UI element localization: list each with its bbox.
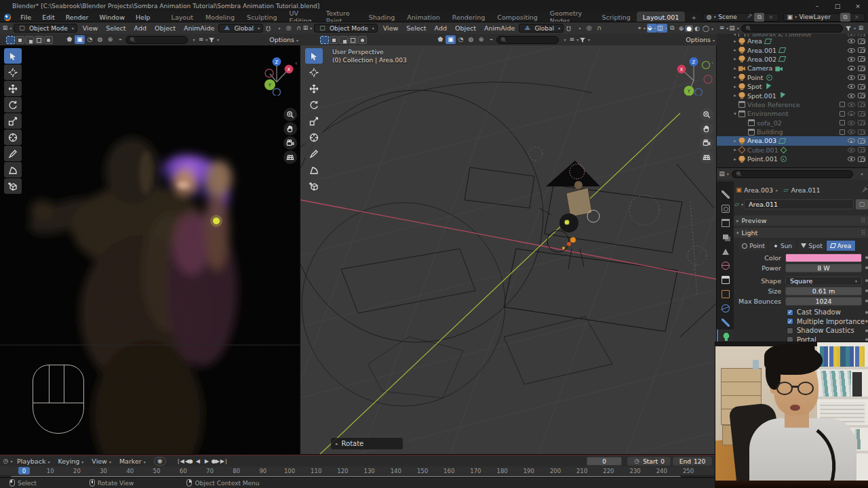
mode-dropdown[interactable]: ▢ Object Mode <box>14 24 77 33</box>
select-mode-extend[interactable] <box>16 36 24 44</box>
disable-render-icon[interactable] <box>858 147 865 152</box>
workspace-tab[interactable]: Layout <box>165 12 199 22</box>
outliner-row[interactable]: Video Reference <box>717 100 868 109</box>
power-field[interactable]: 8 W <box>785 264 862 272</box>
app-menu-item[interactable]: File <box>15 14 37 21</box>
light-type-tab[interactable]: Sun <box>768 241 797 251</box>
properties-tab-render[interactable] <box>717 201 734 216</box>
move-tool[interactable] <box>305 81 323 96</box>
workspace-tab[interactable]: Compositing <box>491 12 544 22</box>
fake-user-shield-icon[interactable]: ▢ <box>856 199 868 209</box>
shading-material-icon[interactable]: ◐ <box>693 25 701 32</box>
hide-eye-icon[interactable] <box>848 66 855 70</box>
hide-eye-icon[interactable] <box>848 94 855 98</box>
decorator-dot[interactable] <box>865 329 868 332</box>
current-frame-field[interactable]: 0 <box>587 457 622 466</box>
viewport-rendered[interactable]: ⊞ ▢ Object Mode ViewSelectAddObjectAnimA… <box>0 22 300 455</box>
snap-dropdown[interactable] <box>273 24 283 33</box>
add-cube-tool[interactable] <box>305 178 323 194</box>
unlink-scene-icon[interactable]: × <box>766 13 776 22</box>
outliner-row[interactable]: sofa_02 <box>717 119 868 127</box>
workspace-tab[interactable]: Texture Paint <box>320 12 363 22</box>
shading-rendered-icon[interactable]: ◯ <box>701 25 715 32</box>
display-mode-icon[interactable]: ▤ <box>729 24 739 33</box>
select-box-tool[interactable] <box>4 48 22 64</box>
preview-panel-header[interactable]: ▸ Preview ⠿ <box>734 216 868 226</box>
outliner-row[interactable]: ▸ Area.003 <box>717 136 868 145</box>
disable-render-icon[interactable] <box>858 129 865 135</box>
jump-to-end-button[interactable]: ▶❘ <box>220 457 229 466</box>
decorator-dot[interactable] <box>865 300 868 302</box>
blender-logo-icon[interactable] <box>4 14 11 21</box>
editor-type-icon[interactable]: ◷ <box>3 457 13 466</box>
pan-hand-icon[interactable] <box>700 122 713 136</box>
timeline-menu-item[interactable]: Marker <box>115 458 150 465</box>
select-mode-intersect[interactable] <box>358 36 367 44</box>
annotate-tool[interactable] <box>305 146 323 161</box>
properties-tab-data[interactable] <box>717 329 734 344</box>
proportional-editing-icon[interactable]: ◎ <box>584 24 594 33</box>
close-button[interactable]: × <box>848 1 868 11</box>
options-dropdown[interactable]: Options <box>269 36 298 43</box>
viewport-menu-item[interactable]: Add <box>431 24 451 32</box>
rotate-tool[interactable] <box>305 97 323 113</box>
collapse-dropdown[interactable] <box>559 35 569 44</box>
orientation-dropdown[interactable]: ⟁ Global <box>218 24 263 33</box>
properties-tab-world[interactable] <box>717 258 734 272</box>
play-button[interactable]: ▶ <box>202 457 211 466</box>
new-viewlayer-icon[interactable]: ⧉ <box>840 13 850 22</box>
scene-selector[interactable]: ◍ Scene ⧉ × <box>703 13 779 22</box>
mode-dropdown[interactable]: ▢ Object Mode <box>314 24 378 33</box>
viewport-menu-item[interactable]: View <box>79 24 102 32</box>
playhead[interactable]: 0 <box>18 467 30 474</box>
cursor-tool[interactable] <box>305 64 323 80</box>
decorator-dot[interactable] <box>865 338 868 341</box>
filter-object-icon[interactable]: ▣ <box>75 35 85 44</box>
annotate-tool[interactable] <box>4 146 22 161</box>
workspace-tab[interactable]: Geometry Nodes <box>544 12 596 22</box>
workspace-tab[interactable]: Scripting <box>596 12 637 22</box>
editor-type-icon[interactable]: ⊞ <box>2 24 12 33</box>
hide-eye-icon[interactable] <box>848 48 855 53</box>
light-type-tab[interactable]: Area <box>827 241 856 251</box>
zoom-icon[interactable] <box>283 108 297 121</box>
disable-render-icon[interactable] <box>858 138 865 144</box>
disclosure-arrow[interactable]: ▸ <box>732 157 738 162</box>
rotate-tool[interactable] <box>4 97 22 113</box>
disable-render-icon[interactable] <box>858 93 865 98</box>
orientation-dropdown[interactable]: ⟁ Global <box>519 24 564 33</box>
outliner-row[interactable]: ▸ Camera <box>717 64 868 73</box>
app-menu-item[interactable]: Window <box>94 14 130 21</box>
hide-eye-icon[interactable] <box>848 111 855 116</box>
decorator-dot[interactable] <box>865 320 868 323</box>
measure-tool[interactable] <box>305 162 323 178</box>
decorator-dot[interactable] <box>865 266 868 269</box>
new-collection-icon[interactable]: ⊞ <box>856 24 866 33</box>
disable-render-icon[interactable] <box>858 39 865 44</box>
region-collapse-arrow[interactable]: ‹ <box>295 60 298 66</box>
select-mode-subtract[interactable] <box>339 36 348 44</box>
add-workspace-button[interactable]: + <box>685 12 703 22</box>
next-keyframe-button[interactable]: ●▶ <box>211 457 220 466</box>
filter-armature-icon[interactable]: ◍ <box>466 35 476 44</box>
disable-render-icon[interactable] <box>858 66 865 71</box>
timeline-menu-item[interactable]: Keying <box>54 458 87 465</box>
proportional-falloff-icon[interactable]: ∩ <box>594 24 604 33</box>
workspace-tab[interactable]: Rendering <box>446 12 492 22</box>
collection-checkbox[interactable] <box>840 120 845 125</box>
app-menu-item[interactable]: Edit <box>37 14 60 21</box>
hide-eye-icon[interactable] <box>848 121 855 125</box>
select-box-tool[interactable] <box>305 48 323 64</box>
move-tool[interactable] <box>4 81 22 96</box>
navigation-gizmo[interactable]: Z X Y <box>256 55 297 96</box>
outliner-row[interactable]: ▸ Area.002 <box>717 55 868 64</box>
operator-panel[interactable]: ▸ Rotate <box>331 438 403 449</box>
zoom-icon[interactable] <box>700 108 713 121</box>
collection-checkbox[interactable] <box>840 129 845 135</box>
app-menu-item[interactable]: Render <box>60 14 94 21</box>
shading-wireframe-icon[interactable]: ⊕ <box>677 25 686 32</box>
disable-render-icon[interactable] <box>858 84 865 89</box>
snap-magnet-icon[interactable]: Ω <box>564 24 574 33</box>
viewport-wireframe[interactable]: ⊞ ▢ Object Mode ViewSelectAddObjectAnimA… <box>300 22 717 455</box>
select-mode-subtract[interactable] <box>25 36 34 44</box>
